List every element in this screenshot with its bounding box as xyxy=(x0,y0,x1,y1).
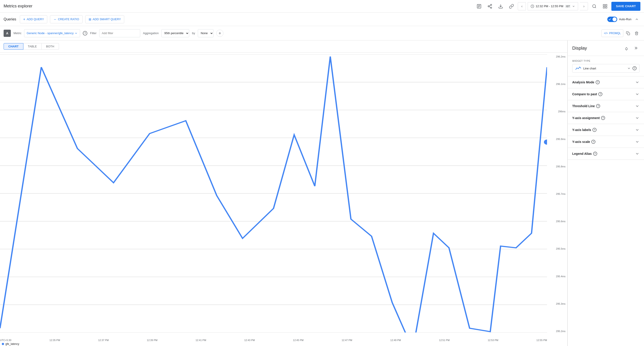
auto-run-toggle[interactable] xyxy=(607,17,617,22)
by-select[interactable]: None xyxy=(198,29,214,37)
doc-icon-btn[interactable] xyxy=(474,2,484,11)
y-label-10: 295.2ms xyxy=(556,330,566,333)
y-axis-scale-label: Y-axis scale xyxy=(572,140,590,144)
add-group-btn[interactable]: + xyxy=(216,30,224,37)
code-icon: </> xyxy=(604,32,608,35)
threshold-line-help[interactable]: ? xyxy=(596,104,600,108)
y-axis-assignment-help[interactable]: ? xyxy=(601,116,605,120)
y-axis-labels-header[interactable]: Y-axis labels ? xyxy=(568,124,644,136)
add-icon: + xyxy=(23,17,25,21)
widget-type-select[interactable]: Line chart ? xyxy=(572,64,640,73)
x-label-0: UTC+5:30 xyxy=(0,339,11,342)
tab-both[interactable]: BOTH xyxy=(42,43,59,50)
metric-selector[interactable]: Generic Node - spanner/gfe_latency xyxy=(24,29,80,37)
threshold-chevron-icon xyxy=(635,104,640,108)
time-range-text: 12:32 PM - 12:55 PM xyxy=(536,4,563,8)
tab-table[interactable]: TABLE xyxy=(24,43,42,50)
widget-dropdown-icon[interactable] xyxy=(627,66,631,70)
next-btn[interactable]: › xyxy=(580,2,588,10)
save-chart-btn[interactable]: SAVE CHART xyxy=(611,2,640,11)
smart-icon: ⊞ xyxy=(89,17,91,21)
tab-chart[interactable]: CHART xyxy=(4,43,24,50)
legend-alias-header[interactable]: Legend Alias ? xyxy=(568,148,644,160)
y-axis-labels-help[interactable]: ? xyxy=(592,128,596,132)
x-label-11: 12:55 PM xyxy=(536,339,547,342)
promql-btn[interactable]: </> PROMQL xyxy=(602,29,623,37)
y-label-2: 296ms xyxy=(558,110,566,113)
line-chart-mini-icon xyxy=(575,66,582,71)
compare-to-past-help[interactable]: ? xyxy=(598,92,602,96)
analysis-mode-header[interactable]: Analysis Mode ? xyxy=(568,76,644,88)
y-label-1: 296.1ms xyxy=(556,83,566,85)
svg-rect-16 xyxy=(606,6,607,8)
y-axis-labels-title: Y-axis labels ? xyxy=(572,128,596,132)
svg-point-11 xyxy=(593,4,596,7)
link-icon-btn[interactable] xyxy=(507,2,516,11)
clock-icon xyxy=(530,4,534,8)
svg-line-8 xyxy=(489,5,490,6)
download-icon-btn[interactable] xyxy=(496,2,505,11)
svg-rect-13 xyxy=(603,4,605,6)
y-axis-scale-title: Y-axis scale ? xyxy=(572,140,596,144)
y-axis-scale-header[interactable]: Y-axis scale ? xyxy=(568,136,644,148)
add-query-btn[interactable]: + ADD QUERY xyxy=(20,15,47,23)
widget-type-inner: Line chart xyxy=(575,66,596,71)
current-point-dot xyxy=(544,140,547,145)
y-axis-assignment-header[interactable]: Y-axis assignment ? xyxy=(568,112,644,124)
analysis-mode-help[interactable]: ? xyxy=(596,80,600,84)
time-range-btn[interactable]: 12:32 PM - 12:55 PM IST xyxy=(528,2,578,10)
y-label-4: 295.8ms xyxy=(556,165,566,168)
display-header-actions xyxy=(622,44,640,52)
legend-alias-help[interactable]: ? xyxy=(593,152,597,156)
chart-svg-wrapper xyxy=(0,54,547,333)
metric-dropdown-icon xyxy=(74,32,78,35)
widget-type-actions: ? xyxy=(627,66,636,70)
svg-line-7 xyxy=(489,6,490,7)
expand-icon xyxy=(603,4,607,8)
share-icon-btn[interactable] xyxy=(485,2,494,11)
chart-wrapper: 296.2ms 296.1ms 296ms 295.9ms 295.8ms 29… xyxy=(0,53,567,346)
y-label-6: 295.6ms xyxy=(556,220,566,223)
svg-line-12 xyxy=(595,7,596,8)
search-icon xyxy=(592,4,596,8)
filter-input[interactable] xyxy=(102,31,138,35)
filter-section[interactable] xyxy=(99,29,140,37)
ratio-icon: ↔ xyxy=(53,17,56,21)
auto-run-label: Auto-Run xyxy=(619,17,632,21)
display-expand-btn[interactable] xyxy=(622,44,630,52)
threshold-line-header[interactable]: Threshold Line ? xyxy=(568,100,644,112)
delete-query-btn[interactable] xyxy=(633,29,640,37)
svg-rect-17 xyxy=(628,32,630,35)
compare-to-past-header[interactable]: Compare to past ? xyxy=(568,88,644,100)
compare-to-past-label: Compare to past xyxy=(572,92,597,96)
chart-legend: gfe_latency xyxy=(2,343,19,346)
legend-alias-title: Legend Alias ? xyxy=(572,152,597,156)
collapse-queries-btn[interactable] xyxy=(633,16,640,23)
aggregation-label: Aggregation xyxy=(143,31,159,35)
app-title: Metrics explorer xyxy=(4,4,32,8)
copy-query-btn[interactable] xyxy=(624,29,632,37)
y-axis-scale-help[interactable]: ? xyxy=(591,140,596,144)
time-dropdown-icon xyxy=(572,5,575,8)
add-smart-query-btn[interactable]: ⊞ ADD SMART QUERY xyxy=(85,15,124,23)
queries-label: Queries xyxy=(4,17,16,21)
display-close-btn[interactable] xyxy=(632,44,640,52)
aggregation-select[interactable]: 95th percentile xyxy=(161,29,189,37)
add-query-label: ADD QUERY xyxy=(26,17,44,21)
search-icon-btn[interactable] xyxy=(590,2,599,11)
widget-type-section: Widget type Line chart ? xyxy=(568,56,644,76)
widget-help-icon[interactable]: ? xyxy=(632,66,636,70)
display-title: Display xyxy=(572,46,587,51)
create-ratio-btn[interactable]: ↔ CREATE RATIO xyxy=(50,15,82,23)
threshold-line-section: Threshold Line ? xyxy=(568,100,644,112)
y-axis-labels-label: Y-axis labels xyxy=(572,128,591,132)
compare-chevron-icon xyxy=(635,92,640,96)
expand-icon-btn[interactable] xyxy=(600,2,610,11)
x-label-5: 12:43 PM xyxy=(244,339,255,342)
filter-label: Filter xyxy=(90,31,96,35)
x-label-8: 12:49 PM xyxy=(390,339,401,342)
svg-point-5 xyxy=(488,5,490,7)
prev-btn[interactable]: ‹ xyxy=(518,2,526,10)
chevron-up-down-icon xyxy=(624,46,629,50)
help-icon[interactable]: ? xyxy=(83,31,87,35)
